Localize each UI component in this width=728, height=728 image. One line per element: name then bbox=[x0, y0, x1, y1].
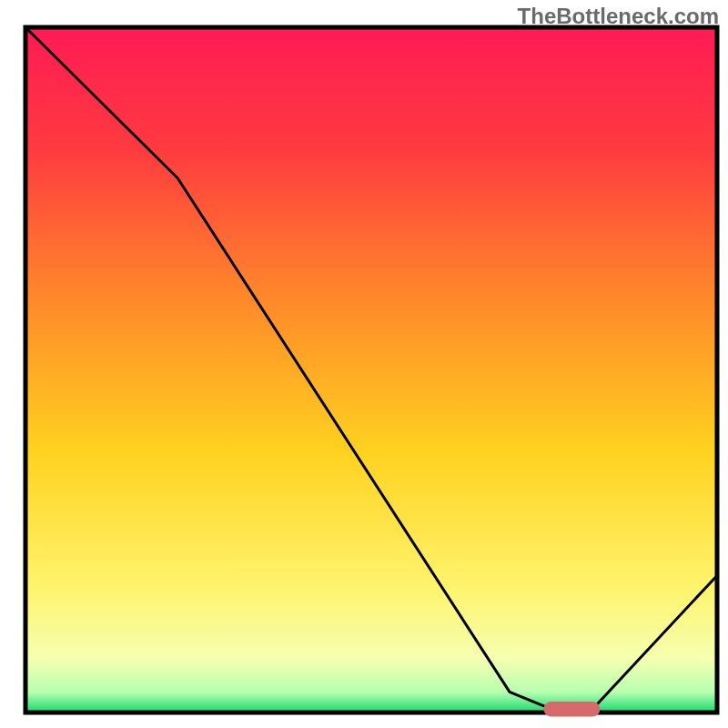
chart-frame: TheBottleneck.com bbox=[0, 0, 728, 728]
watermark-text: TheBottleneck.com bbox=[518, 4, 719, 29]
chart-svg bbox=[0, 0, 728, 728]
